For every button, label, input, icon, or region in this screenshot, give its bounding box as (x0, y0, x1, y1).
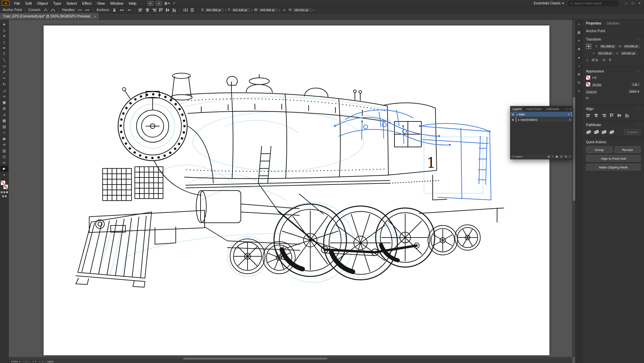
collapse-panel-icon[interactable]: » (565, 107, 569, 111)
stroke-panel-icon[interactable]: ≡ (576, 89, 582, 93)
stepper-icon[interactable]: ▴▾ (252, 9, 253, 11)
align-top-icon[interactable] (158, 8, 163, 12)
target-icon[interactable]: ◎ (568, 118, 572, 121)
gradient-panel-icon[interactable]: ◑ (576, 63, 582, 68)
menu-effect[interactable]: Effect (79, 0, 94, 7)
more-options-icon[interactable]: ··· (636, 123, 641, 127)
mesh-tool[interactable]: ▦ (0, 117, 8, 123)
pathfinder-intersect-icon[interactable] (601, 130, 606, 135)
prev-artboard-icon[interactable]: ‹ (29, 360, 30, 363)
color-button[interactable] (1, 191, 3, 193)
perspective-grid-tool[interactable]: ⊿ (0, 111, 8, 117)
visibility-eye-icon[interactable]: ◉ (511, 118, 516, 121)
distribute-v-icon[interactable] (190, 8, 195, 12)
color-panel-icon[interactable]: ● (576, 55, 582, 60)
recolor-button[interactable]: Recolor (614, 146, 641, 153)
canvas-area[interactable]: 1 Layers Asset Expor Artboards » ≡ ◉ ▸ t… (9, 20, 575, 363)
column-graph-tool[interactable]: ▥ (0, 148, 8, 154)
free-transform-tool[interactable]: ▣ (0, 99, 8, 105)
hand-tool[interactable]: ☛ (0, 166, 8, 172)
disclosure-icon[interactable]: ▸ (517, 118, 521, 121)
flip-vertical-icon[interactable]: ⇅ (609, 58, 611, 62)
make-clipping-mask-icon[interactable]: ▣ (556, 155, 558, 158)
hide-handles-icon[interactable] (85, 7, 90, 13)
screen-mode-button[interactable] (5, 195, 7, 197)
paintbrush-tool[interactable]: ✐ (0, 69, 8, 75)
more-options-icon[interactable]: ··· (636, 69, 641, 73)
fill-swatch[interactable] (1, 180, 5, 185)
x-value-input[interactable] (600, 44, 617, 49)
symbol-sprayer-tool[interactable]: ✳ (0, 142, 8, 148)
align-left-icon[interactable] (586, 113, 591, 118)
make-clipping-mask-button[interactable]: Make Clipping Mask (586, 164, 641, 170)
type-tool[interactable]: T (0, 51, 8, 57)
convert-corner-icon[interactable] (43, 7, 48, 13)
visibility-eye-icon[interactable]: ◉ (511, 113, 516, 116)
more-options-icon[interactable]: ··· (636, 38, 641, 41)
align-middle-icon[interactable] (165, 8, 170, 12)
pencil-tool[interactable]: ✏ (0, 75, 8, 81)
slice-tool[interactable]: ✂ (0, 160, 8, 166)
stepper-icon[interactable]: ▴▾ (638, 83, 639, 86)
gradient-button[interactable] (3, 191, 5, 193)
align-bottom-icon[interactable] (625, 113, 630, 118)
maximize-button[interactable]: □ (630, 1, 636, 6)
disclosure-icon[interactable]: ▸ (516, 113, 519, 116)
more-options-icon[interactable]: ··· (636, 107, 641, 111)
zoom-tool[interactable]: ⌖ (0, 172, 8, 178)
workspace-switcher[interactable]: Essentials Classic ▾ (534, 1, 564, 5)
cut-path-icon[interactable] (126, 7, 132, 13)
distribute-h-icon[interactable] (183, 8, 188, 12)
stroke-link[interactable]: Stroke (592, 83, 601, 86)
stock-button[interactable]: St (156, 1, 162, 6)
next-artboard-icon[interactable]: › (39, 360, 40, 363)
artboard[interactable]: 1 (44, 25, 549, 355)
opacity-dropdown[interactable]: 100% ▾ (628, 89, 641, 94)
zoom-level-dropdown[interactable]: 243% ▾ (10, 360, 21, 363)
w-value-input[interactable] (623, 44, 641, 49)
first-artboard-icon[interactable]: « (25, 360, 26, 363)
connect-anchors-icon[interactable] (119, 7, 124, 13)
locomotive-drawing[interactable]: 1 (44, 25, 549, 355)
menu-edit[interactable]: Edit (23, 0, 35, 7)
close-button[interactable]: × (636, 1, 643, 6)
vertical-scroll-thumb[interactable] (573, 97, 575, 201)
rectangle-tool[interactable]: ▭ (0, 63, 8, 69)
flip-horizontal-icon[interactable]: ⇄ (602, 58, 605, 62)
direct-selection-tool[interactable]: △ (0, 27, 8, 33)
layer-name[interactable]: train (519, 113, 567, 116)
artboard-tool[interactable]: ⊡ (0, 154, 8, 160)
pathfinder-unite-icon[interactable] (586, 130, 591, 135)
link-dimensions-icon[interactable]: ∞ (281, 7, 287, 13)
panel-menu-icon[interactable]: ≡ (569, 107, 572, 111)
x-value-input[interactable] (205, 7, 224, 12)
rotation-dropdown[interactable]: 0° ▾ (591, 57, 599, 62)
align-top-icon[interactable] (609, 113, 614, 118)
app-logo[interactable]: Ai (2, 1, 9, 6)
w-value-input[interactable] (259, 7, 278, 12)
show-handles-icon[interactable] (77, 7, 83, 13)
fill-swatch[interactable] (586, 75, 590, 80)
line-segment-tool[interactable]: ╲ (0, 57, 8, 63)
symbols-panel-icon[interactable]: ✚ (576, 47, 582, 51)
menu-type[interactable]: Type (51, 0, 64, 7)
align-right-icon[interactable] (601, 113, 606, 118)
pathfinder-exclude-icon[interactable] (609, 130, 614, 135)
shape-builder-tool[interactable]: ⊞ (0, 105, 8, 111)
remove-anchor-icon[interactable] (111, 7, 117, 13)
locate-object-icon[interactable]: ⌖ (552, 155, 554, 158)
menu-file[interactable]: File (11, 0, 23, 7)
document-tab[interactable]: Train_EPS [Converted].eps* @ 243% (RGB/G… (0, 13, 99, 19)
selection-tool[interactable]: ▲ (0, 21, 8, 27)
stock-search[interactable]: ⌕ (568, 1, 619, 6)
reference-point-locator[interactable] (586, 44, 591, 49)
h-value-input[interactable] (293, 7, 312, 12)
delete-layer-icon[interactable]: × (569, 155, 571, 158)
new-layer-icon[interactable]: ⊞ (565, 155, 567, 158)
menu-select[interactable]: Select (64, 0, 79, 7)
stepper-icon[interactable]: ▴▾ (279, 9, 280, 11)
align-right-icon[interactable] (152, 8, 157, 12)
y-value-input[interactable] (597, 51, 614, 56)
blend-tool[interactable]: ◉ (0, 136, 8, 142)
bridge-button[interactable]: Br (148, 1, 153, 6)
